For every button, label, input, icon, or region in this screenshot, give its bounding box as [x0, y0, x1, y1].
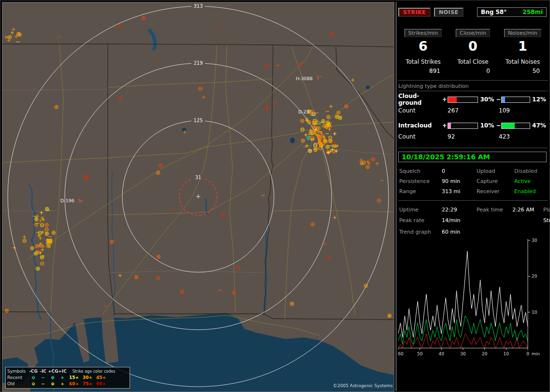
age-90: 90+	[94, 381, 108, 387]
noises-per-min-value: 1	[498, 39, 548, 54]
peak-rate-value: 14/min	[442, 217, 477, 224]
plus-sign: +	[442, 96, 448, 103]
cg-positive-bar	[448, 97, 478, 103]
strikes-per-min-value: 6	[398, 39, 448, 54]
age-15: 15+	[67, 375, 81, 381]
storm-label-d196: D-196	[60, 198, 74, 203]
lake-hartwell	[366, 85, 370, 89]
intracloud-count-row: Count 92 423	[398, 131, 548, 142]
ic-negative-bar	[501, 123, 530, 129]
svg-text:30: 30	[460, 351, 466, 356]
total-strikes-label: Total Strikes	[398, 58, 448, 65]
peak-time-label: Peak time	[477, 207, 512, 213]
old-pic-icon: +	[58, 381, 67, 387]
receiver-label: Receiver	[477, 188, 514, 195]
lake-martin	[182, 128, 187, 132]
strike-mode-button[interactable]: STRIKE	[398, 8, 431, 17]
legend-old-label: Old	[7, 381, 29, 387]
persistence-label: Persistence	[399, 178, 442, 184]
section-divider	[398, 148, 548, 148]
control-panel: STRIKE NOISE Bng 58° 258mi Strikes/min 6…	[396, 2, 549, 391]
status-section: Squelch 0 Upload Disabled Persistence 90…	[398, 162, 548, 195]
strikes-per-min-button[interactable]: Strikes/min	[405, 29, 442, 37]
squelch-value: 0	[442, 168, 477, 174]
noises-per-min-button[interactable]: Noises/min	[504, 29, 541, 37]
total-noises-value: 50	[498, 68, 548, 74]
cg-count-label: Count	[398, 107, 448, 114]
uptime-value: 22:29	[442, 207, 477, 213]
totals-section: Total Strikes 891 Total Close 0 Total No…	[398, 58, 548, 74]
cg-positive-count: 267	[448, 107, 499, 114]
legend-col-pic: +IC	[58, 368, 67, 375]
range-label: Range	[399, 188, 442, 195]
recent-ncg-icon: ⊖	[29, 375, 38, 381]
cloud-ground-row: Cloud-ground + 30% − 12%	[398, 94, 548, 105]
intracloud-label: Intracloud	[398, 122, 442, 129]
peak-time-value: 2:26 AM	[512, 207, 543, 213]
legend-col-ncg: -CG	[29, 368, 38, 375]
ic-negative-count: 423	[499, 133, 510, 140]
trend-chart: 3020106050403020100min	[398, 238, 548, 359]
plot-label: Plot	[543, 207, 550, 213]
total-close-column: Total Close 0	[448, 58, 498, 74]
legend-age-header: Strike age color codes	[67, 368, 120, 375]
svg-text:20: 20	[482, 351, 488, 356]
recent-pcg-icon: ⊕	[48, 375, 58, 381]
storm-label-h3088: H-3088	[296, 76, 313, 81]
ic-positive-count: 92	[448, 133, 499, 140]
distance-value: 258mi	[522, 9, 543, 15]
map-canvas: 313 219 125 31 H-3088 2^ D-23 3 D-196 3v	[2, 2, 394, 392]
nexstorm-window: 313 219 125 31 H-3088 2^ D-23 3 D-196 3v	[0, 0, 550, 392]
total-close-label: Total Close	[448, 58, 498, 65]
bearing-value: Bng 58°	[481, 9, 507, 15]
uptime-label: Uptime	[399, 207, 442, 213]
svg-text:20: 20	[532, 274, 537, 279]
cg-negative-count: 109	[499, 107, 510, 114]
svg-text:10: 10	[532, 310, 537, 315]
total-close-value: 0	[448, 68, 498, 74]
squelch-label: Squelch	[399, 168, 442, 174]
upload-status: Disabled	[514, 168, 548, 174]
session-section: Uptime 22:29 Peak time 2:26 AM Plot Peak…	[398, 201, 548, 224]
age-60: 60+	[67, 381, 81, 387]
close-per-min-button[interactable]: Close/min	[456, 29, 490, 37]
storm-trend-h3088: 2^	[317, 76, 322, 80]
age-45: 45+	[94, 375, 108, 381]
trend-header: Trend graph 60 min	[398, 224, 548, 235]
west-point-lake	[290, 138, 295, 143]
storm-trend-d196: 3v	[78, 199, 83, 203]
recent-pic-icon: +	[58, 375, 67, 381]
mode-header: STRIKE NOISE Bng 58° 258mi	[398, 2, 548, 19]
lightning-map[interactable]: 313 219 125 31 H-3088 2^ D-23 3 D-196 3v	[2, 2, 394, 392]
ic-negative-fill	[502, 123, 515, 128]
copyright-text: ©2005 Astrogenic Systems	[333, 383, 393, 388]
cloud-ground-label: Cloud-ground	[398, 93, 442, 106]
legend-old-row: Old⊖−⊕+60+75+90+	[7, 381, 128, 387]
age-75: 75+	[81, 381, 94, 387]
legend-recent-row: Recent⊖−⊕+15+30+45+	[7, 375, 128, 381]
rates-section: Strikes/min 6 Close/min 0 Noises/min 1	[398, 28, 548, 54]
ic-count-label: Count	[398, 133, 448, 140]
old-nic-icon: −	[38, 381, 48, 387]
plot-value: Strike	[543, 217, 550, 224]
cg-negative-fill	[502, 97, 505, 102]
ring-label-31: 31	[195, 175, 202, 180]
total-noises-column: Total Noises 50	[498, 58, 548, 74]
cg-negative-pct: 12%	[532, 96, 548, 103]
cg-positive-pct: 30%	[480, 96, 495, 103]
ic-negative-pct: 47%	[532, 122, 548, 129]
noise-mode-button[interactable]: NOISE	[434, 8, 463, 17]
svg-text:60: 60	[398, 351, 404, 356]
total-noises-label: Total Noises	[498, 58, 548, 65]
persistence-value: 90 min	[442, 178, 477, 184]
cloud-ground-count-row: Count 267 109	[398, 105, 548, 116]
trend-graph-label: Trend graph	[399, 229, 442, 235]
upload-label: Upload	[477, 168, 514, 174]
range-value: 313 mi	[442, 188, 477, 195]
intracloud-row: Intracloud + 10% − 47%	[398, 120, 548, 131]
trend-chart-canvas: 3020106050403020100min	[398, 238, 549, 357]
capture-status: Active	[514, 178, 548, 184]
svg-text:0: 0	[526, 351, 529, 356]
svg-text:min: min	[532, 351, 540, 356]
age-30: 30+	[81, 375, 94, 381]
